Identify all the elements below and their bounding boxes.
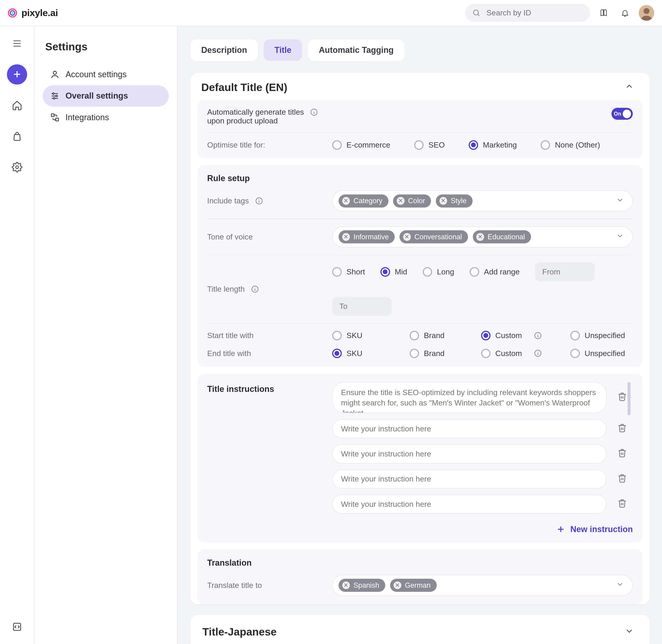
sidebar-item-overall[interactable]: Overall settings [43,85,168,107]
end-unspecified[interactable]: Unspecified [570,349,625,358]
chevron-down-icon[interactable] [616,232,626,242]
api-button[interactable] [7,617,27,637]
instruction-row [332,419,626,438]
instruction-input[interactable] [332,444,607,463]
auto-generate-label-2: upon product upload [207,117,318,125]
optimise-marketing[interactable]: Marketing [469,140,517,150]
delete-instruction[interactable] [614,473,626,485]
chip: ✕German [390,579,437,592]
home-button[interactable] [7,95,27,115]
tone-field[interactable]: ✕Informative ✕Conversational ✕Educationa… [332,226,633,248]
chip-label: Educational [487,233,525,241]
toggle-knob [623,110,631,118]
docs-button[interactable] [596,5,612,20]
sidebar-item-integrations[interactable]: Integrations [43,107,168,128]
add-button[interactable] [7,64,27,85]
optimise-seo[interactable]: SEO [414,140,445,150]
range-from-input[interactable] [535,262,595,281]
svg-point-3 [474,10,478,15]
end-custom[interactable]: Custom [481,349,571,358]
auto-generate-toggle[interactable]: On [612,108,633,120]
scrollbar-thumb[interactable] [627,382,631,415]
length-add-range[interactable]: Add range [470,267,520,276]
menu-button[interactable] [7,33,27,53]
tab-title[interactable]: Title [264,39,302,61]
trash-icon [617,423,627,433]
range-to-input[interactable] [332,297,392,316]
new-instruction-button[interactable]: New instruction [207,525,633,534]
delete-instruction[interactable] [614,498,626,510]
chip-remove[interactable]: ✕ [439,197,447,205]
auto-generate-label-1: Automatically generate titles [207,108,304,117]
chip-remove[interactable]: ✕ [393,581,401,589]
end-sku[interactable]: SKU [332,349,410,358]
translate-field[interactable]: ✕Spanish ✕German [332,575,633,596]
chip-label: Conversational [414,233,462,241]
end-brand[interactable]: Brand [410,349,481,358]
optimise-none[interactable]: None (Other) [541,140,600,150]
radio-label: SEO [429,141,445,150]
svg-rect-21 [51,114,54,117]
instruction-input[interactable] [332,419,607,438]
search-input[interactable] [485,8,583,18]
chip-remove[interactable]: ✕ [403,233,411,241]
rail-settings-button[interactable] [7,157,27,178]
svg-point-2 [12,12,13,14]
start-brand[interactable]: Brand [410,331,481,340]
start-unspecified[interactable]: Unspecified [570,331,625,340]
length-long[interactable]: Long [423,267,454,276]
instructions-panel: Title instructions [198,374,642,543]
delete-instruction[interactable] [614,391,626,404]
info-icon[interactable] [534,331,542,340]
instruction-input[interactable] [332,382,607,413]
optimise-ecommerce[interactable]: E-commerce [332,140,390,150]
products-button[interactable] [7,126,27,146]
info-icon[interactable] [310,108,318,116]
radio-label: SKU [346,349,362,358]
chip-label: Informative [353,233,389,241]
info-icon[interactable] [534,349,542,358]
svg-point-25 [314,111,315,111]
chip-remove[interactable]: ✕ [476,233,484,241]
info-icon[interactable] [255,197,263,205]
tab-auto-tagging[interactable]: Automatic Tagging [308,39,404,61]
notifications-button[interactable] [617,5,633,20]
chip-remove[interactable]: ✕ [342,233,350,241]
chip-remove[interactable]: ✕ [342,197,350,205]
translation-heading: Translation [207,558,633,568]
start-sku[interactable]: SKU [332,331,410,340]
avatar[interactable] [639,5,654,20]
chip: ✕Educational [473,230,531,244]
home-icon [12,100,23,111]
chip-remove[interactable]: ✕ [397,197,405,205]
chevron-down-icon[interactable] [616,196,626,206]
tab-description[interactable]: Description [190,39,258,61]
expand-japanese[interactable] [621,626,638,638]
code-icon [12,621,23,632]
japanese-heading: Title-Japanese [203,626,277,638]
delete-instruction[interactable] [614,448,626,460]
start-custom[interactable]: Custom [481,331,571,340]
chevron-down-icon[interactable] [616,580,626,591]
instruction-input[interactable] [332,495,607,514]
chip-remove[interactable]: ✕ [342,581,350,589]
translation-panel: Translation Translate title to ✕Spanish … [198,550,642,604]
length-short[interactable]: Short [332,267,365,276]
integration-icon [50,113,60,122]
include-tags-field[interactable]: ✕Category ✕Color ✕Style [332,190,633,211]
svg-rect-22 [55,118,59,121]
book-icon [599,7,608,18]
trash-icon [617,474,627,483]
instruction-input[interactable] [332,469,607,489]
delete-instruction[interactable] [614,422,626,435]
length-mid[interactable]: Mid [381,267,407,276]
chip-label: Style [451,197,466,205]
svg-point-6 [644,8,649,14]
title-length-label: Title length [207,285,245,294]
collapse-default-title[interactable] [621,81,638,94]
svg-point-20 [53,97,55,99]
info-icon[interactable] [251,285,259,293]
search-field[interactable] [465,4,590,22]
radio-label: Brand [424,331,444,340]
sidebar-item-account[interactable]: Account settings [43,64,168,85]
